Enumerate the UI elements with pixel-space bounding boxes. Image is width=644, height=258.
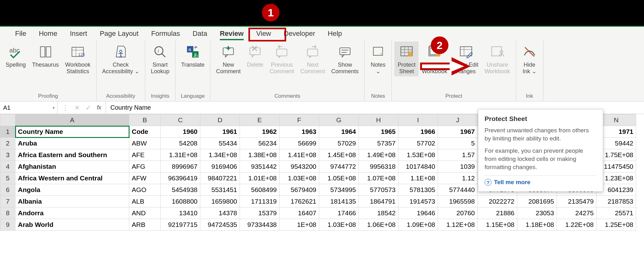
column-header[interactable]: B bbox=[129, 114, 161, 126]
cell[interactable]: 1965 bbox=[359, 126, 398, 138]
cell[interactable]: 24275 bbox=[557, 207, 597, 219]
name-box[interactable]: A1 ▼ bbox=[0, 102, 58, 114]
column-header[interactable]: D bbox=[200, 114, 240, 126]
cell[interactable]: 1963 bbox=[280, 126, 319, 138]
cell[interactable]: 19646 bbox=[398, 207, 438, 219]
cell[interactable]: 57029 bbox=[319, 138, 359, 149]
row-header[interactable]: 6 bbox=[0, 184, 15, 196]
tab-formulas[interactable]: Formulas bbox=[145, 27, 186, 40]
row-header[interactable]: 1 bbox=[0, 126, 15, 138]
column-header[interactable]: C bbox=[161, 114, 200, 126]
cell[interactable]: AND bbox=[129, 207, 161, 219]
thesaurus-button[interactable]: Thesaurus bbox=[29, 41, 62, 70]
cell[interactable]: 1.06E+08 bbox=[359, 219, 398, 231]
cell[interactable]: Arab World bbox=[15, 219, 129, 231]
column-header[interactable]: G bbox=[319, 114, 359, 126]
cell[interactable]: 9744772 bbox=[319, 161, 359, 173]
cell[interactable]: 1.45E+08 bbox=[319, 149, 359, 161]
cell[interactable]: 18542 bbox=[359, 207, 398, 219]
column-header[interactable]: I bbox=[398, 114, 438, 126]
cell[interactable]: 1.53E+08 bbox=[398, 149, 438, 161]
cell[interactable]: 96396419 bbox=[161, 173, 200, 184]
column-header[interactable]: H bbox=[359, 114, 398, 126]
cell[interactable]: 25571 bbox=[597, 207, 636, 219]
new-comment-button[interactable]: NewComment bbox=[213, 41, 244, 76]
cell[interactable]: 1.22E+08 bbox=[557, 219, 597, 231]
cell[interactable]: 1762621 bbox=[280, 196, 319, 207]
cell[interactable]: 17466 bbox=[319, 207, 359, 219]
cell[interactable]: 9351442 bbox=[240, 161, 280, 173]
tab-file[interactable]: File bbox=[9, 27, 32, 40]
cell[interactable]: Afghanistan bbox=[15, 161, 129, 173]
smart-lookup-button[interactable]: iSmartLookup bbox=[148, 41, 173, 76]
cell[interactable]: 94724535 bbox=[200, 219, 240, 231]
tab-home[interactable]: Home bbox=[32, 27, 64, 40]
cell[interactable]: 55434 bbox=[200, 138, 240, 149]
cell[interactable]: 97334438 bbox=[240, 219, 280, 231]
tab-page-layout[interactable]: Page Layout bbox=[93, 27, 145, 40]
cell[interactable]: 1914573 bbox=[398, 196, 438, 207]
cell[interactable]: 20760 bbox=[438, 207, 478, 219]
cell[interactable]: 16407 bbox=[280, 207, 319, 219]
row-header[interactable]: 9 bbox=[0, 219, 15, 231]
cell[interactable]: 57357 bbox=[359, 138, 398, 149]
cell[interactable]: 1.12E+08 bbox=[438, 219, 478, 231]
cell[interactable]: 9543200 bbox=[280, 161, 319, 173]
tab-help[interactable]: Help bbox=[321, 27, 348, 40]
cell[interactable]: Country Name bbox=[15, 126, 129, 138]
cell[interactable]: 9169406 bbox=[200, 161, 240, 173]
workbook-stats-button[interactable]: 123WorkbookStatistics bbox=[62, 41, 94, 76]
tab-data[interactable]: Data bbox=[186, 27, 213, 40]
cell[interactable]: 5 bbox=[438, 138, 478, 149]
tooltip-tell-me-more[interactable]: ? Tell me more bbox=[485, 179, 597, 186]
cell[interactable]: 8996967 bbox=[161, 161, 200, 173]
cell[interactable]: AFW bbox=[129, 173, 161, 184]
cell[interactable]: 1966 bbox=[398, 126, 438, 138]
cell[interactable]: Code bbox=[129, 126, 161, 138]
column-header[interactable]: J bbox=[438, 114, 478, 126]
cell[interactable]: AFG bbox=[129, 161, 161, 173]
show-comments-button[interactable]: ShowComments bbox=[328, 41, 362, 76]
cell[interactable]: 1.41E+08 bbox=[280, 149, 319, 161]
cell[interactable]: 92197715 bbox=[161, 219, 200, 231]
cell[interactable]: 21886 bbox=[478, 207, 517, 219]
cell[interactable]: 1659800 bbox=[200, 196, 240, 207]
cell[interactable]: 1.15E+08 bbox=[478, 219, 517, 231]
cell[interactable]: Africa Eastern and Southern bbox=[15, 149, 129, 161]
cell[interactable]: 54208 bbox=[161, 138, 200, 149]
cell[interactable]: 1.12 bbox=[438, 173, 478, 184]
cell[interactable]: 1.05E+08 bbox=[319, 173, 359, 184]
cell[interactable]: ABW bbox=[129, 138, 161, 149]
cell[interactable]: 2022272 bbox=[478, 196, 517, 207]
cell[interactable]: Albania bbox=[15, 196, 129, 207]
cell[interactable]: 2187853 bbox=[597, 196, 636, 207]
formula-menu-icon[interactable]: ⋮ bbox=[62, 104, 69, 112]
cell[interactable]: 98407221 bbox=[200, 173, 240, 184]
column-header[interactable]: A bbox=[15, 114, 129, 126]
cell[interactable]: 1.25E+08 bbox=[597, 219, 636, 231]
cell[interactable]: 5531451 bbox=[200, 184, 240, 196]
cell[interactable]: 1960 bbox=[161, 126, 200, 138]
cell[interactable]: 56699 bbox=[280, 138, 319, 149]
cell[interactable]: 1864791 bbox=[359, 196, 398, 207]
cell[interactable]: 2081695 bbox=[517, 196, 557, 207]
cell[interactable]: 1.18E+08 bbox=[517, 219, 557, 231]
row-header[interactable]: 7 bbox=[0, 196, 15, 207]
cell[interactable]: 1964 bbox=[319, 126, 359, 138]
cell[interactable]: 1.01E+08 bbox=[240, 173, 280, 184]
cell[interactable]: 5679409 bbox=[280, 184, 319, 196]
cell[interactable]: Aruba bbox=[15, 138, 129, 149]
cell[interactable]: 10174840 bbox=[398, 161, 438, 173]
cell[interactable]: 2135479 bbox=[557, 196, 597, 207]
column-header[interactable]: E bbox=[240, 114, 280, 126]
cell[interactable]: 1711319 bbox=[240, 196, 280, 207]
notes-button[interactable]: Notes⌄ bbox=[367, 41, 389, 76]
cell[interactable]: 23053 bbox=[517, 207, 557, 219]
cell[interactable]: 1.03E+08 bbox=[280, 173, 319, 184]
cell[interactable]: 5774440 bbox=[438, 184, 478, 196]
row-header[interactable]: 4 bbox=[0, 161, 15, 173]
name-box-dropdown-icon[interactable]: ▼ bbox=[52, 106, 55, 110]
spelling-button[interactable]: abcSpelling bbox=[3, 41, 29, 70]
enter-icon[interactable]: ✓ bbox=[86, 104, 91, 112]
cell[interactable]: 1.09E+08 bbox=[398, 219, 438, 231]
